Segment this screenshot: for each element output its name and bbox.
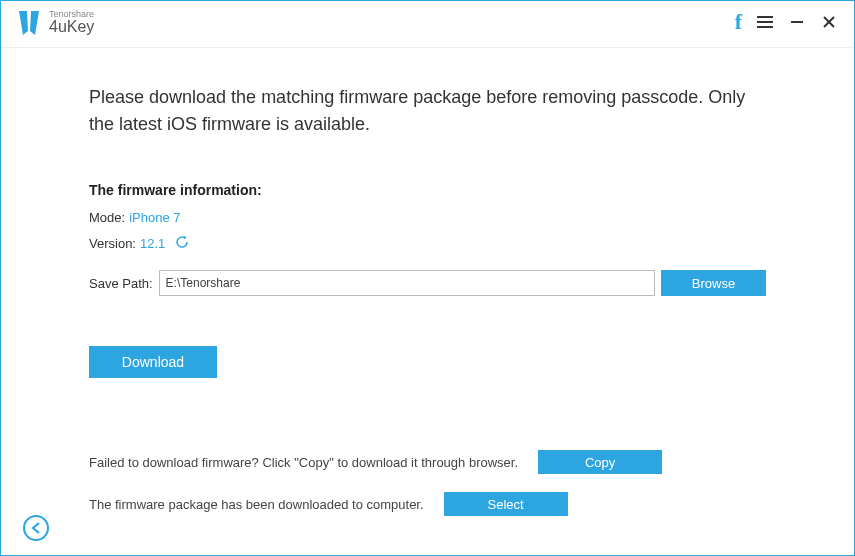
app-logo-icon (17, 9, 41, 35)
window-controls: f (735, 9, 838, 35)
close-icon[interactable] (820, 13, 838, 31)
app-header: Tenorshare 4uKey f (1, 1, 854, 48)
mode-label: Mode: (89, 210, 125, 225)
minimize-icon[interactable] (788, 13, 806, 31)
back-button[interactable] (23, 515, 49, 541)
select-instruction-text: The firmware package has been downloaded… (89, 497, 424, 512)
mode-value: iPhone 7 (129, 210, 180, 225)
copy-row: Failed to download firmware? Click "Copy… (89, 450, 766, 474)
copy-instruction-text: Failed to download firmware? Click "Copy… (89, 455, 518, 470)
mode-row: Mode: iPhone 7 (89, 210, 766, 225)
save-path-row: Save Path: Browse (89, 270, 766, 296)
menu-icon[interactable] (756, 13, 774, 31)
firmware-info-heading: The firmware information: (89, 182, 766, 198)
version-row: Version: 12.1 (89, 235, 766, 252)
version-value: 12.1 (140, 236, 165, 251)
save-path-label: Save Path: (89, 276, 153, 291)
save-path-input[interactable] (159, 270, 655, 296)
chevron-left-icon (31, 522, 41, 534)
refresh-icon[interactable] (175, 235, 189, 252)
brand-text: Tenorshare 4uKey (49, 10, 94, 35)
select-button[interactable]: Select (444, 492, 568, 516)
brand-title: 4uKey (49, 19, 94, 35)
browse-button[interactable]: Browse (661, 270, 766, 296)
facebook-icon[interactable]: f (735, 9, 742, 35)
select-row: The firmware package has been downloaded… (89, 492, 766, 516)
brand-block: Tenorshare 4uKey (17, 9, 94, 35)
main-content: Please download the matching firmware pa… (1, 48, 854, 516)
copy-button[interactable]: Copy (538, 450, 662, 474)
instruction-text: Please download the matching firmware pa… (89, 84, 766, 138)
bottom-section: Failed to download firmware? Click "Copy… (89, 450, 766, 516)
version-label: Version: (89, 236, 136, 251)
download-button[interactable]: Download (89, 346, 217, 378)
